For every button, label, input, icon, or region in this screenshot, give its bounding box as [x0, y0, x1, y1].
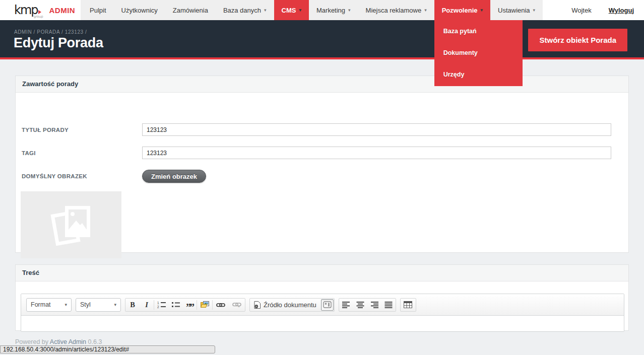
italic-button[interactable]: I: [140, 299, 154, 311]
panel-title: Treść: [16, 265, 628, 281]
bold-button[interactable]: B: [125, 299, 140, 311]
caret-down-icon: ▾: [264, 8, 267, 13]
source-group: Źródło dokumentu: [249, 298, 335, 312]
caret-down-icon: ▾: [533, 8, 536, 13]
panel-title: Zawartość porady: [16, 76, 628, 93]
top-nav: kmp group ADMIN Pulpit Użytkownicy Zamów…: [0, 0, 644, 20]
browser-status-bar: 192.168.50.4:3000/admin/articles/123123/…: [0, 345, 215, 353]
nav-item-ustawienia[interactable]: Ustawienia▾: [490, 0, 543, 20]
formatting-group: B I 1 2: [125, 298, 245, 312]
nav-item-pulpit[interactable]: Pulpit: [82, 0, 114, 20]
admin-label: ADMIN: [49, 6, 76, 15]
panel-zawartosc-porady: Zawartość porady TYTUŁ PORADY TAGI DOMYŚ…: [15, 76, 629, 253]
alignment-group: [339, 298, 396, 312]
styl-select[interactable]: Styl ▾: [76, 298, 121, 312]
page-header: ADMIN / PORADA / 123123 / Edytuj Porada …: [0, 20, 644, 59]
create-porada-button[interactable]: Stwórz obiekt Porada: [528, 29, 627, 51]
bold-icon: B: [130, 301, 135, 309]
caret-down-icon: ▾: [299, 8, 301, 13]
logout-link[interactable]: Wyloguj: [609, 7, 634, 14]
table-group: [400, 298, 416, 312]
logo-arrow-icon: [38, 10, 41, 14]
nav-item-marketing[interactable]: Marketing▾: [309, 0, 358, 20]
numbered-list-button[interactable]: 1 2: [154, 299, 168, 311]
svg-text:2: 2: [157, 305, 159, 309]
editor-content-area[interactable]: [21, 316, 624, 331]
unlink-icon: ×: [232, 302, 241, 308]
caret-down-icon: ▾: [114, 302, 116, 307]
svg-text:×: ×: [238, 305, 240, 308]
show-blocks-button[interactable]: [321, 299, 334, 311]
align-center-button[interactable]: [353, 299, 367, 311]
source-button[interactable]: Źródło dokumentu: [250, 299, 320, 311]
align-left-icon: [342, 301, 350, 308]
align-justify-icon: [384, 301, 393, 308]
nav-item-uzytkownicy[interactable]: Użytkownicy: [114, 0, 165, 20]
dropdown-item-baza-pytan[interactable]: Baza pytań: [434, 20, 523, 42]
italic-icon: I: [145, 301, 148, 309]
breadcrumb[interactable]: ADMIN / PORADA / 123123 /: [14, 29, 87, 35]
insert-table-button[interactable]: [401, 299, 416, 311]
document-source-icon: [254, 301, 261, 309]
nav-item-cms[interactable]: CMS▾: [274, 0, 309, 20]
main-menu: Pulpit Użytkownicy Zamówienia Baza danyc…: [81, 0, 543, 20]
insert-table-icon: [404, 301, 412, 308]
editor-toolbar: Format ▾ Styl ▾ B I 1 2: [21, 294, 624, 316]
caret-down-icon: ▾: [480, 8, 483, 13]
page-title: Edytuj Porada: [14, 35, 103, 51]
insert-image-button[interactable]: [197, 299, 212, 311]
align-left-button[interactable]: [339, 299, 353, 311]
caret-down-icon: ▾: [65, 302, 67, 307]
align-justify-button[interactable]: [381, 299, 396, 311]
insert-image-icon: [201, 301, 209, 309]
label-domyslny-obrazek: DOMYŚLNY OBRAZEK: [22, 173, 87, 179]
current-user: Wojtek: [571, 7, 592, 14]
link-button[interactable]: [213, 299, 229, 311]
rich-text-editor: Format ▾ Styl ▾ B I 1 2: [21, 294, 624, 332]
caret-down-icon: ▾: [424, 8, 427, 13]
nav-item-zamowienia[interactable]: Zamówienia: [165, 0, 216, 20]
logo[interactable]: kmp group ADMIN: [0, 0, 81, 20]
blockquote-button[interactable]: ””: [182, 299, 197, 311]
align-right-icon: [370, 301, 378, 308]
logo-subtext: group: [34, 15, 43, 19]
default-image-preview: [21, 191, 121, 258]
nav-item-baza-danych[interactable]: Baza danych▾: [216, 0, 274, 20]
pozwolenie-dropdown: Baza pytań Dokumenty Urzędy: [434, 20, 523, 86]
change-image-button[interactable]: Zmień obrazek: [142, 170, 206, 183]
label-tytul-porady: TYTUŁ PORADY: [22, 127, 69, 133]
tagi-input[interactable]: [142, 147, 611, 159]
nav-item-miejsca-reklamowe[interactable]: Miejsca reklamowe▾: [358, 0, 434, 20]
bullet-list-button[interactable]: [168, 299, 182, 311]
bullet-list-icon: [171, 301, 180, 309]
version-text: 0.6.3: [88, 338, 102, 345]
svg-text:1: 1: [157, 301, 159, 305]
active-admin-link[interactable]: Active Admin: [50, 338, 86, 345]
footer: Powered by Active Admin 0.6.3: [15, 338, 102, 345]
format-select[interactable]: Format ▾: [26, 298, 72, 312]
label-tagi: TAGI: [22, 150, 36, 156]
numbered-list-icon: 1 2: [157, 301, 166, 309]
align-right-button[interactable]: [367, 299, 381, 311]
dropdown-item-dokumenty[interactable]: Dokumenty: [434, 42, 523, 63]
screen: kmp group ADMIN Pulpit Użytkownicy Zamów…: [0, 0, 644, 355]
show-blocks-icon: [323, 301, 332, 308]
nav-item-pozwolenie[interactable]: Pozwolenie▾ Baza pytań Dokumenty Urzędy: [434, 0, 490, 20]
powered-by-text: Powered by: [15, 338, 48, 345]
align-center-icon: [356, 301, 364, 308]
caret-down-icon: ▾: [348, 8, 351, 13]
tytul-porady-input[interactable]: [142, 123, 611, 136]
dropdown-item-urzedy[interactable]: Urzędy: [434, 63, 523, 85]
panel-tresc: Treść Format ▾ Styl ▾ B I 1: [15, 264, 629, 331]
link-icon: [216, 302, 225, 308]
photo-placeholder-icon: [46, 200, 96, 250]
unlink-button[interactable]: ×: [229, 299, 245, 311]
user-area: Wojtek Wyloguj: [543, 0, 644, 20]
